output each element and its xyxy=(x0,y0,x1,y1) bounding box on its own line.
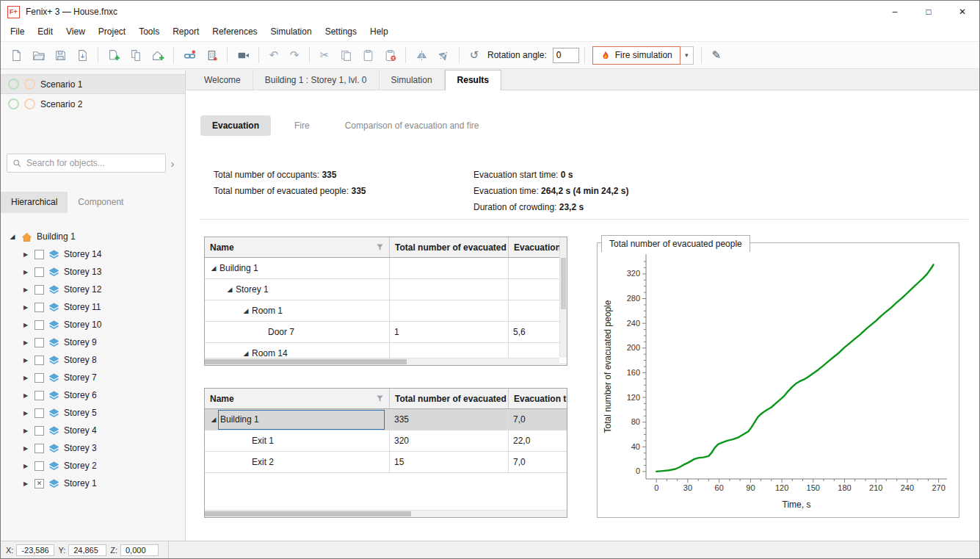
table-row[interactable]: Room 1 xyxy=(205,300,567,322)
menu-item[interactable]: File xyxy=(4,23,31,41)
document-tab[interactable]: Building 1 : Storey 1, lvl. 0 xyxy=(253,70,380,90)
tree-item-storey[interactable]: Storey 4 xyxy=(1,422,185,439)
add-scenario-icon[interactable] xyxy=(104,45,124,65)
export-icon[interactable] xyxy=(72,45,92,65)
rotation-angle-input[interactable] xyxy=(553,48,579,63)
chart-tab[interactable]: Total number of evacuated people xyxy=(601,235,750,252)
expander-icon[interactable] xyxy=(21,268,30,275)
table-row[interactable]: Storey 1 xyxy=(205,279,567,300)
copy-icon[interactable] xyxy=(335,45,356,65)
expander-icon[interactable] xyxy=(209,264,218,272)
document-tab[interactable]: Welcome xyxy=(192,70,253,90)
visibility-checkbox[interactable] xyxy=(35,285,44,295)
expander-icon[interactable] xyxy=(21,250,30,258)
expander-icon[interactable] xyxy=(209,416,218,423)
link-icon[interactable] xyxy=(179,45,200,65)
mirror-horizontal-icon[interactable] xyxy=(411,45,432,65)
expander-icon[interactable] xyxy=(21,303,30,311)
save-project-icon[interactable] xyxy=(50,45,70,65)
tree-item-storey[interactable]: Storey 9 xyxy=(1,333,185,351)
filter-icon[interactable] xyxy=(376,243,384,251)
tree-item-storey[interactable]: Storey 14 xyxy=(1,245,185,263)
expander-icon[interactable] xyxy=(21,321,30,328)
tree-item-storey[interactable]: Storey 6 xyxy=(1,386,185,404)
expander-icon[interactable] xyxy=(21,427,30,434)
cut-icon[interactable]: ✂ xyxy=(315,48,334,62)
visibility-checkbox[interactable] xyxy=(35,267,44,277)
results-subtab[interactable]: Comparison of evacuation and fire xyxy=(333,115,491,136)
scrollbar-thumb[interactable] xyxy=(205,359,407,364)
menu-item[interactable]: View xyxy=(59,23,92,41)
maximize-button[interactable]: □ xyxy=(912,1,945,23)
tree-item-storey[interactable]: Storey 10 xyxy=(1,316,185,333)
open-project-icon[interactable] xyxy=(28,45,48,65)
expander-icon[interactable] xyxy=(242,307,250,314)
minimize-button[interactable]: – xyxy=(878,1,912,23)
tree-item-storey[interactable]: Storey 3 xyxy=(1,439,185,457)
menu-item[interactable]: Simulation xyxy=(264,23,319,41)
menu-item[interactable]: References xyxy=(206,23,264,41)
table-row[interactable]: Building 1 335 7,0 xyxy=(205,409,567,430)
new-document-icon[interactable] xyxy=(6,45,26,65)
expander-icon[interactable] xyxy=(21,480,30,487)
visibility-checkbox[interactable] xyxy=(35,479,44,488)
vertical-scrollbar[interactable] xyxy=(559,237,567,358)
menu-item[interactable]: Project xyxy=(92,23,132,41)
expander-icon[interactable] xyxy=(21,356,30,364)
validate-icon[interactable]: ✎ xyxy=(707,48,726,62)
menu-item[interactable]: Tools xyxy=(132,23,166,41)
horizontal-scrollbar[interactable] xyxy=(205,358,559,365)
menu-item[interactable]: Settings xyxy=(319,23,363,41)
fire-simulation-dropdown[interactable]: ▾ xyxy=(680,46,694,65)
document-tab[interactable]: Simulation xyxy=(380,70,445,90)
expander-icon[interactable] xyxy=(21,286,30,293)
horizontal-scrollbar[interactable] xyxy=(205,510,567,517)
expander-icon[interactable] xyxy=(21,409,30,416)
undo-icon[interactable]: ↶ xyxy=(264,48,283,62)
visibility-checkbox[interactable] xyxy=(35,461,44,471)
visibility-checkbox[interactable] xyxy=(35,426,44,436)
expander-icon[interactable] xyxy=(8,233,17,240)
mirror-diagonal-icon[interactable] xyxy=(433,45,454,65)
tree-item-storey[interactable]: Storey 2 xyxy=(1,457,185,475)
table-row[interactable]: Building 1 xyxy=(205,258,567,279)
document-tab[interactable]: Results xyxy=(445,70,501,90)
table-row[interactable]: Exit 2 15 7,0 xyxy=(205,452,567,473)
tree-item-storey[interactable]: Storey 11 xyxy=(1,298,185,316)
visibility-checkbox[interactable] xyxy=(35,356,44,365)
sidebar-tab[interactable]: Hierarchical xyxy=(1,192,68,213)
tree-item-storey[interactable]: Storey 1 xyxy=(1,475,185,492)
paste-icon[interactable] xyxy=(357,45,378,65)
expander-icon[interactable] xyxy=(21,392,30,399)
results-subtab[interactable]: Evacuation xyxy=(200,115,271,136)
scenario-item[interactable]: Scenario 2 xyxy=(1,94,185,114)
expander-icon[interactable] xyxy=(21,374,30,381)
visibility-checkbox[interactable] xyxy=(35,391,44,400)
results-subtab[interactable]: Fire xyxy=(283,115,322,136)
expander-icon[interactable] xyxy=(242,350,250,357)
tree-item-storey[interactable]: Storey 13 xyxy=(1,263,185,281)
table-row[interactable]: Exit 1 320 22,0 xyxy=(205,430,567,452)
scrollbar-thumb[interactable] xyxy=(205,511,411,516)
visibility-checkbox[interactable] xyxy=(35,408,44,418)
tree-item-storey[interactable]: Storey 8 xyxy=(1,351,185,369)
video-icon[interactable] xyxy=(233,45,253,65)
sidebar-tab[interactable]: Component xyxy=(68,192,134,213)
expander-icon[interactable] xyxy=(21,462,30,469)
menu-item[interactable]: Edit xyxy=(31,23,59,41)
table-row[interactable]: Door 7 1 5,6 xyxy=(205,322,567,343)
expander-icon[interactable] xyxy=(21,339,30,346)
clear-results-icon[interactable] xyxy=(380,45,400,65)
visibility-checkbox[interactable] xyxy=(35,444,44,453)
expander-icon[interactable] xyxy=(21,444,30,452)
add-building-icon[interactable] xyxy=(148,45,168,65)
tree-item-storey[interactable]: Storey 7 xyxy=(1,369,185,386)
visibility-checkbox[interactable] xyxy=(35,338,44,347)
scenario-item[interactable]: Scenario 1 xyxy=(1,74,185,94)
menu-item[interactable]: Report xyxy=(166,23,206,41)
buildings-icon[interactable] xyxy=(201,45,222,65)
redo-icon[interactable]: ↷ xyxy=(285,48,304,62)
search-expand-chevron-icon[interactable]: › xyxy=(166,157,179,170)
visibility-checkbox[interactable] xyxy=(35,250,44,259)
visibility-checkbox[interactable] xyxy=(35,303,44,312)
